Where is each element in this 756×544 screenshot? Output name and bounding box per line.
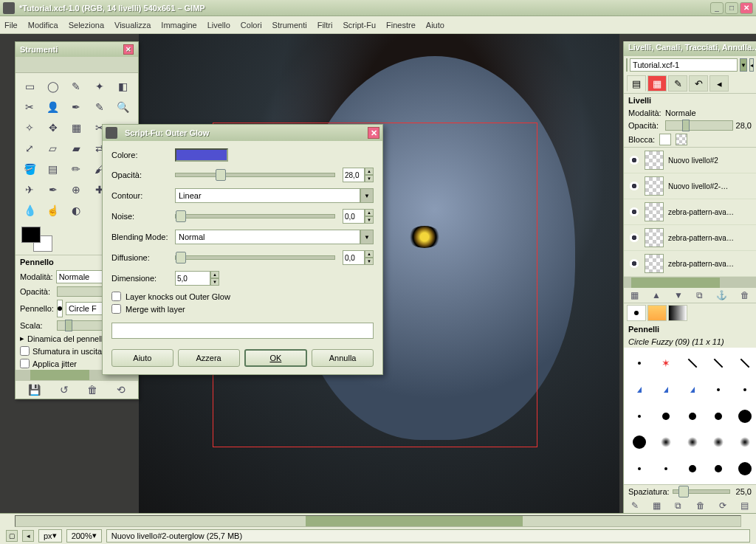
down-icon[interactable]: ▼ (365, 175, 374, 182)
bucket-fill-tool[interactable]: 🪣 (20, 160, 39, 178)
qmask-toggle[interactable]: ▢ (6, 530, 18, 542)
lock-alpha-checkbox[interactable] (676, 134, 687, 145)
layer-item[interactable]: zebra-pattern-ava… (624, 225, 756, 251)
foreground-select-tool[interactable]: 👤 (44, 98, 63, 116)
menu-windows[interactable]: Finestre (386, 21, 416, 30)
menu-tools[interactable]: Strumenti (272, 21, 307, 30)
fg-color[interactable] (21, 227, 41, 243)
script-text-input[interactable] (111, 323, 374, 339)
minimize-button[interactable]: _ (710, 2, 724, 14)
eye-icon[interactable] (628, 259, 640, 268)
brush-cell[interactable] (706, 404, 731, 429)
brush-cell[interactable] (732, 351, 756, 376)
measure-tool[interactable]: ✧ (20, 119, 39, 137)
align-tool[interactable]: ▦ (66, 119, 86, 137)
new-brush-icon[interactable]: ▦ (653, 500, 661, 511)
auto-button[interactable]: ◂ (749, 58, 754, 72)
menu-edit[interactable]: Modifica (28, 21, 58, 30)
menu-view[interactable]: Visualizza (114, 21, 151, 30)
restore-options-icon[interactable]: ↺ (60, 384, 69, 396)
dialog-titlebar[interactable]: Script-Fu: Outer Glow ✕ (103, 125, 382, 141)
toolbox-tabs[interactable] (16, 57, 138, 73)
menu-filters[interactable]: Filtri (317, 21, 333, 30)
scissors-tool[interactable]: ✂ (20, 98, 39, 116)
menu-scriptfu[interactable]: Script-Fu (343, 21, 376, 30)
undo-tab[interactable]: ↶ (689, 75, 708, 92)
color-picker-tool[interactable]: ✎ (90, 98, 109, 116)
noise-slider[interactable] (175, 214, 335, 218)
fuzzy-select-tool[interactable]: ✦ (90, 78, 109, 95)
brush-cell[interactable] (706, 351, 731, 376)
duplicate-brush-icon[interactable]: ⧉ (675, 500, 681, 511)
nav-left-icon[interactable]: ◂ (22, 530, 34, 542)
ellipse-select-tool[interactable]: ◯ (44, 78, 63, 95)
merge-checkbox[interactable] (111, 304, 121, 314)
brush-cell[interactable] (627, 404, 652, 429)
edit-brush-icon[interactable]: ✎ (631, 500, 639, 511)
raise-layer-icon[interactable]: ▲ (652, 290, 661, 300)
brush-cell[interactable] (706, 377, 731, 402)
brush-cell[interactable] (680, 377, 705, 402)
menu-help[interactable]: Aiuto (426, 21, 444, 30)
brush-cell[interactable] (680, 430, 705, 455)
brush-cell[interactable] (680, 351, 705, 376)
ink-tool[interactable]: ✒ (44, 181, 63, 199)
smudge-tool[interactable]: ☝ (44, 202, 63, 219)
tab-menu-icon[interactable]: ◂ (709, 75, 729, 92)
brush-cell[interactable] (653, 404, 678, 429)
eye-icon[interactable] (628, 156, 640, 165)
color-select-tool[interactable]: ◧ (113, 78, 132, 95)
delete-brush-icon[interactable]: 🗑 (696, 500, 705, 511)
delete-options-icon[interactable]: 🗑 (87, 384, 97, 396)
patterns-tab[interactable] (647, 305, 667, 321)
new-layer-icon[interactable]: ▦ (630, 290, 639, 300)
delete-layer-icon[interactable]: 🗑 (740, 290, 749, 300)
zoom-selector[interactable]: 200% ▾ (66, 529, 102, 543)
brush-cell[interactable] (732, 377, 756, 402)
brush-cell[interactable] (653, 377, 678, 402)
knockout-checkbox[interactable] (111, 292, 121, 301)
channels-tab[interactable]: ▦ (647, 75, 667, 92)
chevron-down-icon[interactable]: ▼ (740, 58, 747, 72)
menu-select[interactable]: Seleziona (69, 21, 104, 30)
layers-tab[interactable]: ▤ (627, 75, 646, 92)
help-button[interactable]: Aiuto (111, 349, 173, 367)
menu-layer[interactable]: Livello (207, 21, 230, 30)
free-select-tool[interactable]: ✎ (66, 78, 86, 95)
eye-icon[interactable] (628, 233, 640, 242)
toolbox-close-button[interactable]: ✕ (123, 44, 134, 55)
unit-selector[interactable]: px ▾ (38, 529, 62, 543)
image-selector[interactable] (630, 58, 738, 72)
canvas-hscrollbar[interactable] (15, 515, 741, 527)
contour-combo[interactable] (175, 188, 360, 203)
layer-mode-value[interactable]: Normale (665, 109, 696, 117)
eye-icon[interactable] (628, 207, 640, 216)
lock-pixels-checkbox[interactable] (659, 134, 671, 145)
maximize-button[interactable]: □ (725, 2, 738, 14)
clone-tool[interactable]: ⊕ (66, 181, 86, 199)
blend-tool[interactable]: ▤ (44, 160, 63, 178)
brush-cell[interactable] (627, 377, 652, 402)
brush-preview[interactable] (57, 300, 63, 317)
brush-cell[interactable] (706, 430, 731, 455)
brush-cell[interactable] (732, 430, 756, 455)
spacing-slider[interactable] (673, 489, 730, 494)
color-button[interactable] (175, 148, 228, 162)
open-brush-as-image-icon[interactable]: ▤ (740, 500, 749, 511)
reset-options-icon[interactable]: ⟲ (117, 384, 126, 396)
cancel-button[interactable]: Annulla (312, 349, 374, 367)
reset-button[interactable]: Azzera (178, 349, 240, 367)
size-input[interactable] (175, 271, 210, 286)
lower-layer-icon[interactable]: ▼ (674, 290, 683, 300)
brush-cell[interactable] (627, 430, 652, 455)
toolbox-titlebar[interactable]: Strumenti ✕ (16, 42, 138, 57)
up-icon[interactable]: ▲ (365, 168, 374, 175)
menu-colors[interactable]: Colori (241, 21, 262, 30)
jitter-checkbox[interactable] (20, 359, 30, 368)
close-button[interactable]: ✕ (740, 2, 753, 14)
blend-combo[interactable] (175, 230, 360, 244)
layer-item[interactable]: zebra-pattern-ava… (624, 199, 756, 225)
menu-image[interactable]: Immagine (161, 21, 196, 30)
scale-tool[interactable]: ⤢ (20, 140, 39, 157)
airbrush-tool[interactable]: ✈ (20, 181, 39, 199)
